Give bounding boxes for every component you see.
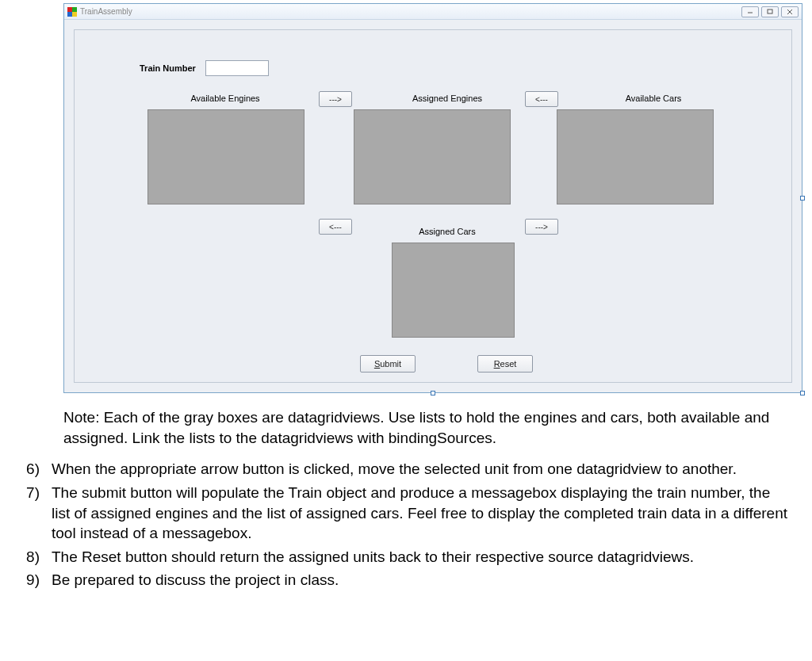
svg-rect-5	[768, 10, 772, 13]
maximize-button[interactable]	[761, 6, 779, 17]
list-item-text: When the appropriate arrow button is cli…	[52, 459, 788, 480]
form-panel: Train Number Available Engines Assigned …	[74, 29, 792, 383]
list-item: 8) The Reset button should return the as…	[63, 547, 788, 567]
window-controls	[741, 6, 799, 17]
list-item-number: 7)	[26, 483, 52, 544]
app-icon	[67, 7, 77, 17]
available-cars-grid[interactable]	[557, 109, 714, 204]
train-number-label: Train Number	[140, 63, 196, 73]
titlebar: TrainAssembly	[64, 4, 802, 20]
list-item: 7) The submit button will populate the T…	[63, 483, 788, 544]
move-engine-right-button[interactable]: --->	[319, 91, 352, 107]
move-car-left-button[interactable]: <---	[525, 91, 558, 107]
resize-handle-bottom-icon[interactable]	[431, 391, 435, 395]
instruction-list: 6) When the appropriate arrow button is …	[63, 459, 788, 590]
list-item: 6) When the appropriate arrow button is …	[63, 459, 788, 480]
train-number-input[interactable]	[205, 60, 269, 76]
available-engines-label: Available Engines	[154, 94, 297, 103]
reset-button-label: Reset	[494, 359, 517, 369]
close-button[interactable]	[781, 6, 799, 17]
minimize-icon	[746, 9, 754, 15]
assigned-cars-label: Assigned Cars	[376, 227, 519, 236]
svg-rect-0	[67, 7, 72, 12]
window-title: TrainAssembly	[80, 7, 132, 16]
resize-handle-corner-icon[interactable]	[800, 391, 805, 395]
list-item-text: Be prepared to discuss the project in cl…	[52, 570, 788, 590]
svg-rect-1	[72, 7, 77, 12]
client-area: Train Number Available Engines Assigned …	[64, 20, 802, 392]
list-item-text: The Reset button should return the assig…	[52, 547, 788, 567]
list-item-number: 9)	[26, 570, 52, 590]
reset-button[interactable]: Reset	[477, 355, 533, 373]
app-window: TrainAssembly Train Number	[63, 3, 802, 393]
maximize-icon	[766, 9, 774, 15]
svg-rect-3	[72, 12, 77, 17]
note-paragraph: Note: Each of the gray boxes are datagri…	[63, 407, 788, 448]
list-item-text: The submit button will populate the Trai…	[52, 483, 788, 544]
assigned-engines-label: Assigned Engines	[376, 94, 519, 103]
resize-handle-right-icon[interactable]	[800, 196, 805, 201]
move-car-right-button[interactable]: --->	[525, 219, 558, 235]
minimize-button[interactable]	[741, 6, 759, 17]
submit-button-label: Submit	[374, 359, 401, 369]
document-text: Note: Each of the gray boxes are datagri…	[0, 399, 812, 590]
available-engines-grid[interactable]	[147, 109, 304, 204]
move-engine-left-button[interactable]: <---	[319, 219, 352, 235]
assigned-engines-grid[interactable]	[354, 109, 511, 204]
close-icon	[786, 9, 794, 15]
submit-button[interactable]: Submit	[360, 355, 416, 373]
assigned-cars-grid[interactable]	[392, 243, 515, 338]
list-item-number: 8)	[26, 547, 52, 567]
available-cars-label: Available Cars	[582, 94, 725, 103]
list-item-number: 6)	[26, 459, 52, 480]
svg-rect-2	[67, 12, 72, 17]
list-item: 9) Be prepared to discuss the project in…	[63, 570, 788, 590]
